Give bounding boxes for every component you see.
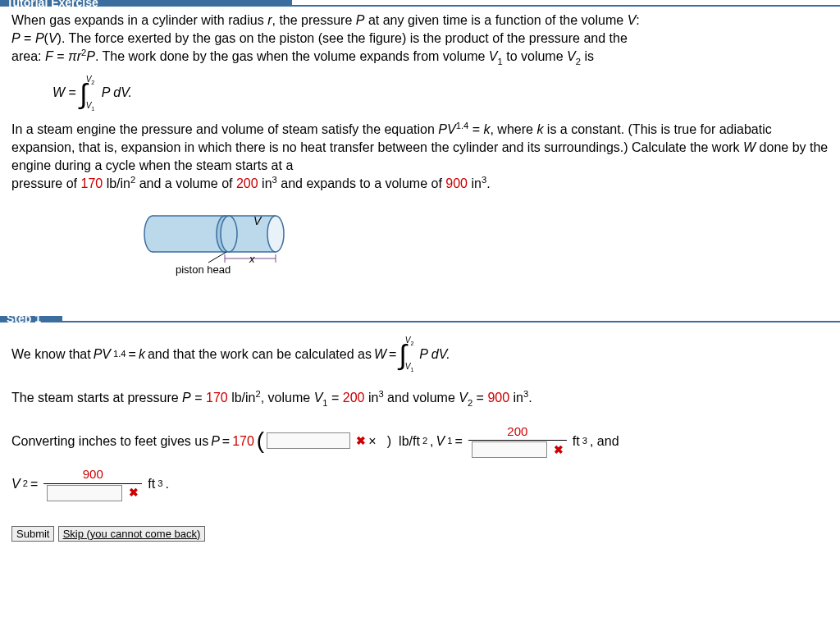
pressure-conversion-input[interactable] <box>267 432 350 449</box>
text: , the pressure <box>272 13 356 27</box>
text: . The work done by the gas when the volu… <box>95 50 489 64</box>
text: = <box>53 50 68 64</box>
piston-figure: V x piston head <box>135 201 323 283</box>
math: πr <box>68 50 81 64</box>
incorrect-icon: ✖ <box>356 433 366 449</box>
var-V: V <box>314 391 323 405</box>
var-F: F <box>45 50 53 64</box>
var-P: P <box>86 50 95 64</box>
text: The steam starts at pressure <box>11 391 182 405</box>
text: lb/in <box>228 391 256 405</box>
exp: 3 <box>158 478 162 490</box>
var-W: W <box>743 140 756 154</box>
text: pressure of <box>11 177 80 191</box>
text: ). The force exerted by the gas on the p… <box>57 31 628 45</box>
v1-fraction: 200 ✖ <box>468 423 567 458</box>
value-v2: 900 <box>445 177 468 191</box>
text: in <box>468 177 482 191</box>
text: in <box>364 391 378 405</box>
text: ft <box>573 432 580 450</box>
value: 170 <box>206 391 228 405</box>
text: = <box>30 475 38 493</box>
text: × ) lb/ft <box>368 432 420 450</box>
problem-statement: When gas expands in a cylinder with radi… <box>0 7 840 300</box>
var-V: V <box>11 475 21 493</box>
integrand: P dV. <box>419 345 450 364</box>
text: . <box>486 177 490 191</box>
text: , and <box>590 432 619 450</box>
value: 170 <box>232 432 254 450</box>
svg-point-4 <box>267 216 284 252</box>
text: Converting inches to feet gives us <box>11 432 208 450</box>
sub: 1 <box>447 435 452 447</box>
integral-icon: ∫ <box>80 80 87 107</box>
text: ft <box>148 475 155 493</box>
text: In a steam engine the pressure and volum… <box>11 123 438 137</box>
sub: 2 <box>23 478 28 490</box>
text: is <box>581 50 594 64</box>
var-V: V <box>436 432 445 450</box>
figure-label-x: x <box>249 252 255 267</box>
var-V: V <box>48 31 57 45</box>
text: , where <box>490 123 536 137</box>
text: = <box>389 345 396 364</box>
v2-fraction: 900 ✖ <box>43 466 142 501</box>
text: : <box>636 13 639 27</box>
text: to volume <box>503 50 567 64</box>
text: area: <box>11 50 45 64</box>
var-P: P <box>211 432 220 450</box>
text: When gas expands in a cylinder with radi… <box>11 13 267 27</box>
var-V: V <box>489 50 498 64</box>
text: in <box>258 177 272 191</box>
var-k: k <box>139 345 145 364</box>
text: = <box>65 85 80 99</box>
integrand: P dV. <box>102 85 132 99</box>
value: 200 <box>343 391 365 405</box>
var-V: V <box>459 391 468 405</box>
text: We know that <box>11 345 91 364</box>
text: and that the work can be calculated as <box>148 345 372 364</box>
work-equation: W = ∫ V2 V1 P dV. <box>52 75 829 112</box>
math: PV <box>94 345 111 364</box>
figure-label-V: V <box>253 213 261 229</box>
text: = <box>472 391 487 405</box>
skip-button[interactable]: Skip (you cannot come back) <box>58 526 206 542</box>
figure-label-piston: piston head <box>176 263 231 277</box>
var-W: W <box>52 85 65 99</box>
v1-denominator-input[interactable] <box>472 441 547 458</box>
var-V: V <box>567 50 576 64</box>
text: = <box>328 391 343 405</box>
text: = <box>222 432 230 450</box>
exp: 2 <box>422 435 427 447</box>
text: = <box>468 123 483 137</box>
text: at any given time is a function of the v… <box>364 13 627 27</box>
step1-header: Step 1 <box>0 316 62 321</box>
text: , <box>430 432 433 450</box>
value-v1: 200 <box>236 177 258 191</box>
fraction-numerator: 900 <box>80 466 107 483</box>
text: and a volume of <box>135 177 236 191</box>
var-W: W <box>374 345 386 364</box>
tutorial-header: Tutorial Exercise <box>0 0 292 5</box>
svg-line-10 <box>208 252 226 263</box>
var-P: P <box>35 31 44 45</box>
fraction-numerator: 200 <box>504 423 531 440</box>
var-P: P <box>356 13 365 27</box>
text: = <box>21 31 35 45</box>
submit-button[interactable]: Submit <box>11 526 54 542</box>
var-P: P <box>11 31 21 45</box>
paren-icon: ( <box>257 425 264 456</box>
text: . <box>165 475 168 493</box>
exp: 3 <box>582 435 587 447</box>
text: and expands to a volume of <box>277 177 445 191</box>
math: PV <box>438 123 455 137</box>
cylinder-icon <box>143 213 331 279</box>
integral-icon: ∫ <box>399 341 406 368</box>
step1-content: We know that PV1.4 = k and that the work… <box>0 322 840 518</box>
incorrect-icon: ✖ <box>129 485 139 501</box>
text: . <box>528 391 532 405</box>
value-pressure: 170 <box>80 177 103 191</box>
text: and volume <box>384 391 459 405</box>
v2-denominator-input[interactable] <box>47 485 122 501</box>
text: = <box>191 391 206 405</box>
